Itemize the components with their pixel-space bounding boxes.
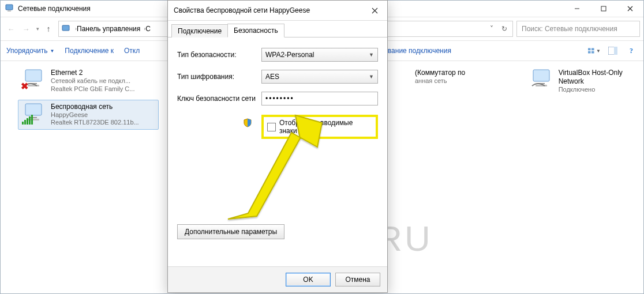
- help-button[interactable]: ?: [625, 44, 638, 57]
- connect-to-button[interactable]: Подключение к: [65, 47, 114, 55]
- wifi-icon: [22, 103, 46, 125]
- svg-rect-13: [25, 70, 42, 81]
- nav-history-dropdown[interactable]: ▾: [34, 26, 41, 32]
- adapter-item[interactable]: ✖ Ethernet 2 Сетевой кабель не подкл... …: [18, 66, 159, 96]
- adapter-status: анная сеть: [415, 77, 465, 85]
- nav-forward-button[interactable]: →: [19, 22, 33, 36]
- breadcrumb-item[interactable]: С: [145, 25, 151, 33]
- nav-up-button[interactable]: ↑: [42, 22, 55, 35]
- search-box[interactable]: [516, 21, 640, 37]
- minimize-button[interactable]: [564, 1, 590, 17]
- refresh-button[interactable]: ↻: [499, 25, 510, 33]
- adapter-name: Беспроводная сеть: [51, 103, 139, 111]
- preview-pane-button[interactable]: [606, 44, 619, 57]
- close-button[interactable]: [617, 1, 643, 17]
- svg-rect-21: [536, 85, 547, 86]
- adapter-device: Realtek RTL8723DE 802.11b...: [51, 119, 139, 127]
- chevron-down-icon: ▼: [369, 74, 374, 80]
- svg-rect-10: [591, 51, 594, 54]
- chevron-down-icon: ▼: [369, 52, 374, 58]
- cancel-button[interactable]: Отмена: [335, 273, 380, 287]
- security-type-value: WPA2-Personal: [265, 51, 314, 59]
- folder-icon: [61, 24, 72, 34]
- tab-strip: Подключение Безопасность: [168, 21, 387, 37]
- svg-rect-12: [614, 47, 617, 55]
- wireless-properties-dialog: Свойства беспроводной сети HappyGeese По…: [167, 0, 388, 293]
- tab-connection[interactable]: Подключение: [171, 24, 228, 37]
- app-icon: [5, 3, 14, 14]
- svg-rect-7: [588, 48, 591, 50]
- adapter-status: Подключено: [559, 86, 636, 94]
- label-encryption-type: Тип шифрования:: [177, 73, 256, 81]
- network-key-value: ••••••••: [265, 95, 294, 103]
- adapter-item[interactable]: VirtualBox Host-Only Network Подключено: [526, 66, 640, 97]
- search-input[interactable]: [521, 24, 636, 33]
- label-security-type: Тип безопасности:: [177, 51, 256, 59]
- disconnected-icon: ✖: [21, 81, 28, 92]
- show-characters-checkbox[interactable]: [267, 123, 276, 131]
- adapter-device: [415, 85, 465, 93]
- show-characters-option[interactable]: Отображать вводимые знаки: [261, 115, 378, 139]
- svg-rect-9: [588, 51, 591, 54]
- svg-rect-6: [62, 25, 69, 31]
- virtualbox-adapter-icon: [530, 69, 554, 91]
- adapter-name: VirtualBox Host-Only Network: [559, 69, 636, 86]
- disable-device-button[interactable]: Откл: [124, 47, 140, 55]
- organize-menu[interactable]: Упорядочить▼: [6, 47, 54, 55]
- dialog-close-button[interactable]: [364, 4, 385, 17]
- adapter-item[interactable]: (Коммутатор по анная сеть: [411, 66, 503, 96]
- ethernet-icon: ✖: [22, 69, 46, 91]
- view-options-button[interactable]: ▼: [588, 44, 601, 57]
- addr-dropdown-button[interactable]: ˅: [486, 25, 497, 33]
- signal-bars-icon: [22, 115, 33, 125]
- svg-rect-0: [6, 5, 13, 10]
- maximize-button[interactable]: [590, 1, 617, 17]
- ok-button[interactable]: OK: [286, 273, 331, 287]
- adapter-name: Ethernet 2: [51, 69, 135, 77]
- svg-rect-15: [28, 85, 39, 86]
- encryption-type-value: AES: [265, 73, 279, 81]
- encryption-type-dropdown[interactable]: AES ▼: [261, 70, 378, 84]
- dialog-buttons: OK Отмена: [168, 266, 387, 292]
- svg-rect-8: [591, 48, 594, 50]
- breadcrumb-item[interactable]: Панель управления: [77, 25, 140, 33]
- adapter-status: Сетевой кабель не подкл...: [51, 77, 135, 85]
- svg-rect-1: [8, 10, 11, 12]
- dialog-titlebar: Свойства беспроводной сети HappyGeese: [168, 1, 387, 21]
- svg-rect-19: [533, 70, 549, 81]
- dialog-body: Тип безопасности: WPA2-Personal ▼ Тип ши…: [168, 37, 387, 266]
- nav-back-button[interactable]: ←: [4, 22, 18, 36]
- show-characters-label: Отображать вводимые знаки: [279, 119, 372, 135]
- shield-icon: [243, 118, 252, 129]
- advanced-settings-button[interactable]: Дополнительные параметры: [177, 224, 284, 239]
- security-type-dropdown[interactable]: WPA2-Personal ▼: [261, 48, 378, 62]
- label-network-key: Ключ безопасности сети: [177, 95, 256, 103]
- tab-security[interactable]: Безопасность: [227, 24, 284, 37]
- window-title: Сетевые подключения: [18, 5, 91, 13]
- svg-rect-3: [601, 6, 606, 11]
- adapter-item[interactable]: Беспроводная сеть HappyGeese Realtek RTL…: [18, 100, 159, 130]
- svg-rect-16: [25, 104, 42, 115]
- dialog-title: Свойства беспроводной сети HappyGeese: [174, 6, 310, 14]
- adapter-name: (Коммутатор по: [415, 69, 465, 77]
- network-key-input[interactable]: ••••••••: [261, 92, 378, 105]
- adapter-device: Realtek PCIe GbE Family C...: [51, 85, 135, 93]
- adapter-status: HappyGeese: [51, 111, 139, 119]
